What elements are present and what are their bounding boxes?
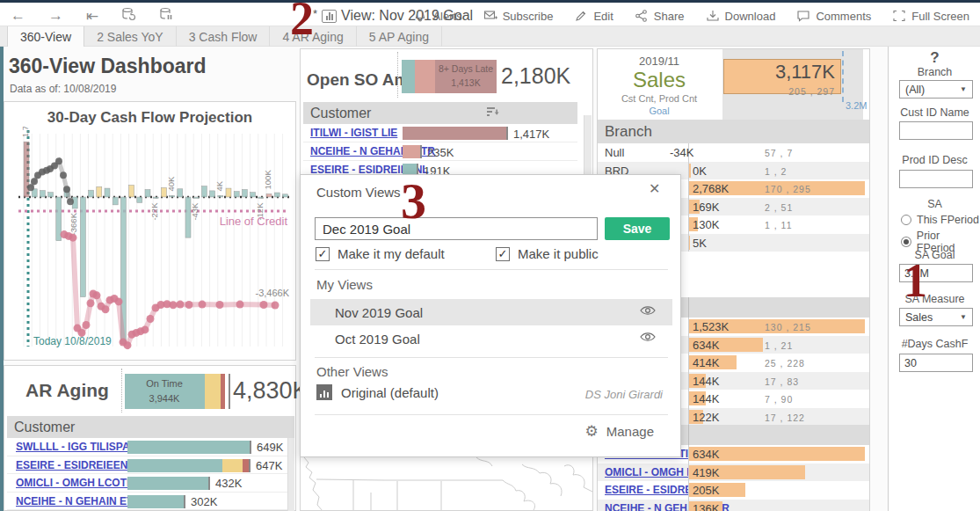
branch-value: 634K xyxy=(693,448,719,461)
branch-value: 144K xyxy=(693,375,719,388)
customer-link[interactable]: NCEIHE - N GEHAIN ET. xyxy=(16,495,134,507)
branch-row[interactable]: ESEIRE - ESIDREIEENL205K xyxy=(598,481,869,500)
save-button[interactable]: Save xyxy=(605,217,670,240)
ar-row[interactable]: OMICLI - OMGH LCOTI432K xyxy=(7,474,294,493)
branch-counts: 130 , 215 xyxy=(765,322,811,332)
sort-icon[interactable] xyxy=(487,107,500,119)
ar-total: 4,830K xyxy=(233,377,309,405)
branch-header[interactable]: Branch xyxy=(598,120,869,143)
make-default-checkbox-row: ✓ Make it my default xyxy=(316,246,445,261)
custom-views-dialog: Custom Views ✕ Save ✓ Make it my default… xyxy=(300,174,681,457)
radio-on-icon xyxy=(901,237,911,247)
share-button[interactable]: Share xyxy=(635,9,685,23)
make-public-label: Make it public xyxy=(518,246,599,261)
customer-link[interactable]: SWLLLL - IGG TILISPAL xyxy=(16,441,136,453)
ar-aging-panel: AR Aging On Time3,944K 4,830K Customer S… xyxy=(4,365,296,511)
make-default-checkbox[interactable]: ✓ xyxy=(316,247,330,261)
sales-title: Sales xyxy=(598,68,721,92)
open-so-title: Open SO Amt xyxy=(307,70,415,90)
sa-measure-label: SA Measure xyxy=(889,293,980,305)
tab-2-sales-yoy[interactable]: 2 Sales YoY xyxy=(84,26,177,47)
ar-customer-header[interactable]: Customer xyxy=(7,416,294,438)
chevron-down-icon: ▼ xyxy=(960,313,967,321)
branch-value: -34K xyxy=(670,146,693,159)
branch-counts: 1 , 21 xyxy=(765,340,793,351)
my-view-label: Nov 2019 Goal xyxy=(335,305,423,320)
my-view-label: Oct 2019 Goal xyxy=(335,332,420,347)
so-row[interactable]: NCEIHE - N GEHAIN ETR235K xyxy=(303,142,577,161)
ar-row[interactable]: SWLLLL - IGG TILISPAL649K xyxy=(7,438,294,456)
map-panel[interactable] xyxy=(300,457,593,511)
svg-text:-3,466K: -3,466K xyxy=(255,288,289,298)
svg-text:40K: 40K xyxy=(166,176,176,192)
refresh-data-icon[interactable] xyxy=(121,7,136,26)
help-icon[interactable]: ? xyxy=(889,49,980,67)
branch-counts: 25 , 228 xyxy=(765,358,805,369)
fullscreen-icon xyxy=(892,9,906,23)
branch-value: 0K xyxy=(693,164,707,178)
eye-icon[interactable] xyxy=(639,331,657,343)
ar-scrollbar[interactable] xyxy=(287,438,294,511)
share-icon xyxy=(635,9,649,23)
ar-value: 649K xyxy=(257,441,283,454)
full-screen-button[interactable]: Full Screen xyxy=(892,9,969,23)
cust-id-label: Cust ID Name xyxy=(889,106,980,119)
other-view-row[interactable]: Original (default) xyxy=(316,384,439,400)
sales-counts: 205 , 297 xyxy=(730,83,835,99)
tab-360-view[interactable]: 360-View xyxy=(7,26,84,47)
sa-measure-dropdown[interactable]: Sales▼ xyxy=(899,308,973,326)
so-scrollbar[interactable] xyxy=(584,115,592,179)
undo-icon[interactable]: ← xyxy=(11,7,25,25)
branch-counts: 2 , 51 xyxy=(765,202,793,213)
svg-text:4K: 4K xyxy=(214,180,224,191)
edit-button[interactable]: Edit xyxy=(574,9,613,23)
sa-goal-label: SA Goal xyxy=(889,249,980,261)
cash-flow-chart[interactable]: 1,770K-366K-22K40K-43K4K-12K100K-3,466KL… xyxy=(4,127,295,357)
make-public-checkbox-row: ✓ Make it public xyxy=(496,246,599,261)
divider xyxy=(315,357,668,358)
customer-link[interactable]: ESEIRE - ESIDREIEENL xyxy=(16,459,134,471)
annotation-2: 2 xyxy=(290,0,314,42)
download-button[interactable]: Download xyxy=(706,9,776,23)
ar-bar xyxy=(127,441,268,454)
cash-flow-title: 30-Day Cash Flow Projection xyxy=(4,109,295,127)
prod-id-input[interactable] xyxy=(899,170,973,188)
view-name-input[interactable] xyxy=(315,217,598,240)
eye-icon[interactable] xyxy=(639,304,657,317)
redo-icon[interactable]: → xyxy=(48,7,63,25)
comment-icon xyxy=(796,9,810,23)
branch-row[interactable]: Null-34K57 , 7 xyxy=(598,143,869,162)
ar-divider xyxy=(121,369,122,412)
manage-button[interactable]: ⚙ Manage xyxy=(585,422,654,441)
branch-row[interactable]: OMICLI - OMGH LCOTI419K xyxy=(598,464,869,482)
so-customer-header[interactable]: Customer xyxy=(303,102,577,124)
tab-3-cash-flow[interactable]: 3 Cash Flow xyxy=(177,26,271,47)
my-view-row[interactable]: Oct 2019 Goal xyxy=(310,325,672,352)
days-cashf-input[interactable] xyxy=(899,354,973,372)
so-row[interactable]: ITILWI - IGIST LIE1,417K xyxy=(303,124,577,142)
dialog-title: Custom Views xyxy=(316,185,401,200)
this-fperiod-radio[interactable]: This FPeriod xyxy=(901,214,979,226)
make-public-checkbox[interactable]: ✓ xyxy=(496,247,510,261)
ar-row[interactable]: ESEIRE - ESIDREIEENL647K xyxy=(7,456,294,475)
my-view-row[interactable]: Nov 2019 Goal xyxy=(310,299,672,325)
sales-goal-label: Goal xyxy=(598,106,721,116)
branch-value: 5K xyxy=(693,237,707,250)
close-icon[interactable]: ✕ xyxy=(649,180,660,197)
branch-filter-dropdown[interactable]: (All)▼ xyxy=(899,80,973,99)
pencil-icon xyxy=(574,9,588,23)
subscribe-button[interactable]: Subscribe xyxy=(483,9,554,23)
cust-id-input[interactable] xyxy=(899,121,973,140)
customer-link[interactable]: OMICLI - OMGH LCOTI xyxy=(16,477,129,489)
tab-5-ap-aging[interactable]: 5 AP Aging xyxy=(357,26,442,47)
alerts-button[interactable]: Alerts xyxy=(413,9,461,23)
pink-segment xyxy=(415,60,435,93)
svg-text:Today 10/8/2019: Today 10/8/2019 xyxy=(33,335,112,347)
branch-row[interactable]: NCEIHE - N GEHAIN ETR136K xyxy=(598,500,869,511)
customer-link[interactable]: ITILWI - IGIST LIE xyxy=(310,127,397,139)
other-view-owner: DS Joni Girardi xyxy=(585,388,663,401)
ar-row[interactable]: NCEIHE - N GEHAIN ET.302K xyxy=(7,493,294,511)
comments-button[interactable]: Comments xyxy=(796,9,871,23)
revert-icon[interactable]: ⇤ xyxy=(86,7,98,26)
pause-updates-icon[interactable] xyxy=(159,7,174,26)
